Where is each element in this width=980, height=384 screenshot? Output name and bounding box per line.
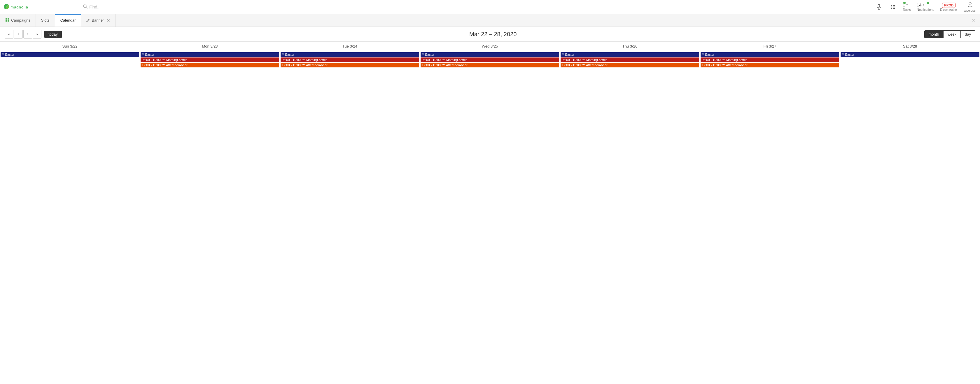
event-1-1[interactable]: 06:00 - 10:00 *** Morning-coffee [141, 57, 279, 62]
svg-rect-9 [893, 8, 895, 9]
search-bar[interactable]: Find... [83, 4, 871, 10]
day-col-2: ** Easter06:00 - 10:00 *** Morning-coffe… [280, 51, 420, 384]
event-3-2[interactable]: 17:00 - 19:00 *** Afternoon-beer [421, 63, 559, 67]
event-4-0[interactable]: ** Easter [561, 52, 699, 57]
calendar-body: ** Easter** Easter06:00 - 10:00 *** Morn… [0, 51, 980, 384]
campaigns-icon [5, 18, 10, 23]
event-0-0[interactable]: ** Easter [1, 52, 139, 57]
event-3-1[interactable]: 06:00 - 10:00 *** Morning-coffee [421, 57, 559, 62]
calendar-grid: Sun 3/22 Mon 3/23 Tue 3/24 Wed 3/25 Thu … [0, 42, 980, 384]
tasks-chevron: ▾ [906, 3, 908, 7]
nav-last-button[interactable]: » [33, 30, 41, 38]
svg-rect-13 [6, 20, 7, 22]
user-menu[interactable]: superuser [964, 2, 977, 12]
svg-rect-3 [878, 5, 880, 7]
event-3-0[interactable]: ** Easter [421, 52, 559, 57]
notifications-chevron: ▾ [923, 3, 924, 7]
day-col-6: ** Easter [840, 51, 980, 384]
days-header: Sun 3/22 Mon 3/23 Tue 3/24 Wed 3/25 Thu … [0, 42, 980, 51]
user-icon [967, 2, 973, 9]
calendar-main: « ‹ › » today Mar 22 – 28, 2020 month we… [0, 27, 980, 384]
day-header-sun: Sun 3/22 [0, 42, 140, 51]
close-all-tabs[interactable]: ✕ [972, 18, 980, 23]
day-view-button[interactable]: day [961, 31, 975, 38]
calendar-header: « ‹ › » today Mar 22 – 28, 2020 month we… [0, 27, 980, 42]
nav-prev-button[interactable]: ‹ [14, 30, 23, 38]
event-5-1[interactable]: 06:00 - 10:00 *** Morning-coffee [701, 57, 839, 62]
svg-rect-12 [8, 18, 9, 19]
day-col-3: ** Easter06:00 - 10:00 *** Morning-coffe… [420, 51, 560, 384]
event-5-0[interactable]: ** Easter [701, 52, 839, 57]
day-col-1: ** Easter06:00 - 10:00 *** Morning-coffe… [140, 51, 280, 384]
event-1-0[interactable]: ** Easter [141, 52, 279, 57]
svg-rect-11 [6, 18, 7, 19]
prod-env-group[interactable]: PROD E-com Author [940, 3, 958, 11]
calendar-tab-label: Calendar [60, 18, 76, 22]
magnolia-logo: magnolia [3, 3, 30, 11]
svg-rect-14 [8, 20, 9, 22]
top-bar: magnolia Find... [0, 0, 980, 14]
banner-tab-label: Banner [92, 18, 104, 22]
svg-rect-6 [891, 5, 892, 6]
day-header-thu: Thu 3/26 [560, 42, 700, 51]
event-2-0[interactable]: ** Easter [281, 52, 419, 57]
tasks-badge[interactable]: 1 ▾ Tasks [903, 2, 911, 11]
tabs-bar: Campaigns Slots Calendar Banner ✕ ✕ [0, 14, 980, 27]
event-4-1[interactable]: 06:00 - 10:00 *** Morning-coffee [561, 57, 699, 62]
tasks-dot [903, 2, 905, 4]
tab-banner[interactable]: Banner ✕ [81, 14, 116, 27]
svg-text:magnolia: magnolia [11, 5, 28, 9]
event-2-1[interactable]: 06:00 - 10:00 *** Morning-coffee [281, 57, 419, 62]
day-header-sat: Sat 3/28 [840, 42, 980, 51]
today-button[interactable]: today [45, 31, 62, 38]
apps-icon[interactable] [889, 3, 897, 11]
day-header-fri: Fri 3/27 [700, 42, 840, 51]
day-col-5: ** Easter06:00 - 10:00 *** Morning-coffe… [700, 51, 840, 384]
slots-tab-label: Slots [41, 18, 49, 22]
nav-first-button[interactable]: « [5, 30, 13, 38]
event-4-2[interactable]: 17:00 - 19:00 *** Afternoon-beer [561, 63, 699, 67]
top-right-actions: 1 ▾ Tasks 14 ▾ Notifications PROD E-com [875, 2, 977, 12]
notifications-dot [927, 2, 929, 4]
day-header-mon: Mon 3/23 [140, 42, 280, 51]
week-view-button[interactable]: week [943, 31, 961, 38]
event-1-2[interactable]: 17:00 - 19:00 *** Afternoon-beer [141, 63, 279, 67]
day-col-0: ** Easter [0, 51, 140, 384]
notifications-badge[interactable]: 14 ▾ Notifications [917, 2, 934, 11]
month-view-button[interactable]: month [924, 31, 943, 38]
svg-line-2 [86, 7, 87, 8]
event-2-2[interactable]: 17:00 - 19:00 *** Afternoon-beer [281, 63, 419, 67]
svg-point-10 [969, 3, 971, 5]
day-col-4: ** Easter06:00 - 10:00 *** Morning-coffe… [560, 51, 700, 384]
day-header-tue: Tue 3/24 [280, 42, 420, 51]
search-icon [83, 4, 88, 10]
event-6-0[interactable]: ** Easter [841, 52, 979, 57]
event-5-2[interactable]: 17:00 - 19:00 *** Afternoon-beer [701, 63, 839, 67]
svg-rect-8 [891, 8, 892, 9]
view-switcher: month week day [924, 30, 975, 38]
nav-buttons: « ‹ › » [5, 30, 41, 38]
search-placeholder: Find... [89, 5, 100, 10]
edit-icon [86, 18, 90, 23]
tab-campaigns[interactable]: Campaigns [0, 14, 36, 27]
logo: magnolia [3, 3, 80, 11]
nav-next-button[interactable]: › [23, 30, 32, 38]
calendar-title: Mar 22 – 28, 2020 [62, 31, 924, 38]
tab-calendar[interactable]: Calendar [55, 14, 81, 27]
day-header-wed: Wed 3/25 [420, 42, 560, 51]
microphone-icon[interactable] [875, 3, 883, 11]
svg-rect-7 [893, 5, 895, 6]
campaigns-tab-label: Campaigns [11, 18, 30, 22]
banner-tab-close[interactable]: ✕ [107, 18, 110, 23]
tab-slots[interactable]: Slots [36, 14, 55, 27]
